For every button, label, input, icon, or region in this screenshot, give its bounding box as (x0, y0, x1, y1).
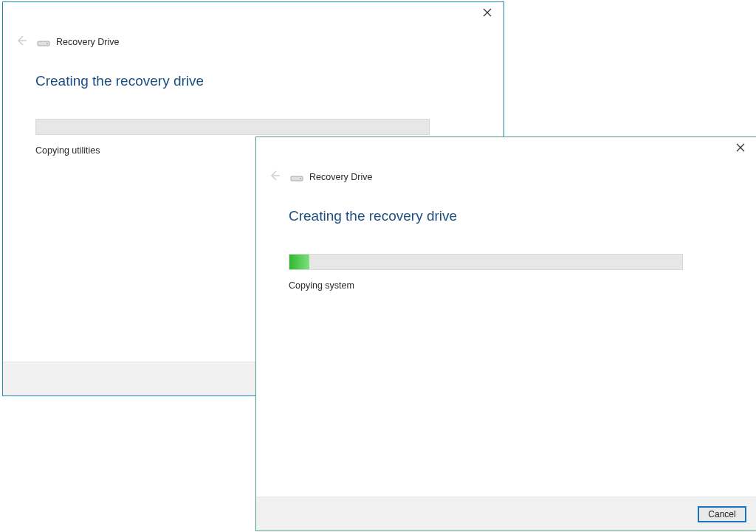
progress-wrap (35, 119, 471, 135)
back-arrow-icon (269, 170, 281, 184)
recovery-wizard-window-front: Recovery Drive Creating the recovery dri… (255, 137, 756, 531)
back-arrow-icon (16, 35, 27, 49)
back-button (267, 169, 283, 185)
drive-icon (290, 173, 303, 182)
close-button[interactable] (471, 2, 504, 24)
page-heading: Creating the recovery drive (289, 208, 724, 224)
close-button[interactable] (724, 137, 756, 159)
close-icon (483, 7, 492, 20)
cancel-button[interactable]: Cancel (698, 506, 746, 522)
drive-icon (37, 38, 50, 46)
header-row: Recovery Drive (3, 27, 504, 51)
back-button (13, 34, 30, 50)
progress-bar (289, 254, 683, 270)
progress-wrap (289, 254, 724, 270)
svg-point-9 (300, 178, 301, 179)
footer-bar: Cancel (256, 497, 756, 531)
wizard-name-label: Recovery Drive (309, 172, 372, 182)
status-text: Copying system (289, 280, 724, 291)
svg-point-4 (47, 43, 48, 44)
page-heading: Creating the recovery drive (35, 73, 471, 89)
close-icon (736, 142, 745, 155)
progress-bar (35, 119, 430, 135)
title-bar (3, 2, 504, 27)
header-row: Recovery Drive (256, 162, 756, 186)
progress-fill (289, 255, 309, 269)
title-bar (256, 137, 756, 162)
wizard-name-label: Recovery Drive (56, 37, 119, 47)
content-area: Creating the recovery drive Copying syst… (256, 186, 756, 497)
